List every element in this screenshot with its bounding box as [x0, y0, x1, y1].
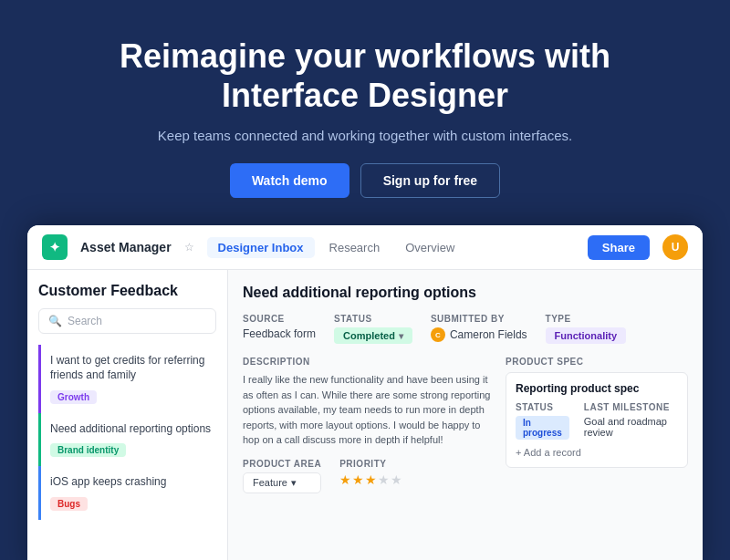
priority-stars[interactable]: ★★★★★	[339, 472, 403, 487]
spec-fields: STATUS In progress LAST MILESTONE Goal a…	[516, 402, 678, 440]
priority-field: Priority ★★★★★	[339, 459, 403, 487]
spec-milestone-field: LAST MILESTONE Goal and roadmap review	[584, 402, 678, 440]
priority-label: Priority	[339, 459, 403, 469]
product-area-label: Product area	[243, 459, 321, 469]
watch-demo-button[interactable]: Watch demo	[230, 163, 349, 198]
feedback-item-credits[interactable]: I want to get credits for referring frie…	[38, 345, 216, 412]
right-column: Product spec Reporting product spec STAT…	[506, 357, 688, 493]
bottom-fields: Product area Feature ▾ Priority ★★★★★	[243, 459, 491, 493]
feedback-item-crash[interactable]: iOS app keeps crashing Bugs	[38, 466, 216, 520]
feedback-item-title: Need additional reporting options	[50, 422, 216, 437]
app-logo: ✦	[42, 234, 68, 260]
product-spec-label: Product spec	[506, 357, 688, 367]
app-content: Customer Feedback 🔍 Search I want to get…	[27, 270, 703, 560]
favorite-star-icon[interactable]: ☆	[184, 241, 194, 254]
in-progress-badge: In progress	[516, 416, 569, 440]
hero-subtitle: Keep teams connected and working togethe…	[18, 128, 712, 143]
feedback-tag-growth: Growth	[50, 390, 97, 404]
status-badge[interactable]: Completed ▾	[334, 327, 412, 344]
spec-status-field: STATUS In progress	[516, 402, 569, 440]
app-header: ✦ Asset Manager ☆ Designer Inbox Researc…	[27, 225, 703, 270]
search-box[interactable]: 🔍 Search	[38, 308, 216, 334]
type-badge: Functionality	[546, 327, 626, 344]
app-window: ✦ Asset Manager ☆ Designer Inbox Researc…	[27, 225, 703, 560]
feedback-tag-brand: Brand identity	[50, 443, 126, 457]
status-label: Status	[334, 314, 412, 324]
signup-button[interactable]: Sign up for free	[360, 163, 500, 198]
type-field: Type Functionality	[546, 314, 626, 344]
feedback-tag-bugs: Bugs	[50, 497, 88, 511]
spec-status-label: STATUS	[516, 402, 569, 412]
app-tabs: Designer Inbox Research Overview	[207, 237, 575, 258]
feedback-item-title: iOS app keeps crashing	[50, 475, 216, 490]
spec-milestone-value: Goal and roadmap review	[584, 416, 678, 438]
user-avatar[interactable]: U	[662, 234, 688, 260]
hero-buttons: Watch demo Sign up for free	[18, 163, 712, 198]
add-record-button[interactable]: + Add a record	[516, 447, 678, 458]
status-dropdown-icon: ▾	[399, 331, 403, 341]
status-value: Completed	[343, 330, 395, 341]
feedback-list: I want to get credits for referring frie…	[38, 345, 216, 519]
type-label: Type	[546, 314, 626, 324]
main-two-col: Description I really like the new functi…	[243, 357, 688, 493]
field-row-top: Source Feedback form Status Completed ▾ …	[243, 314, 688, 344]
detail-title: Need additional reporting options	[243, 285, 688, 301]
source-value: Feedback form	[243, 327, 316, 340]
product-spec-title: Reporting product spec	[516, 382, 678, 395]
spec-milestone-label: LAST MILESTONE	[584, 402, 678, 412]
product-area-select[interactable]: Feature ▾	[243, 472, 321, 493]
search-placeholder: Search	[68, 315, 102, 327]
hero-title: Reimagine your workflows with Interface …	[18, 36, 712, 115]
product-area-field: Product area Feature ▾	[243, 459, 321, 493]
tab-research[interactable]: Research	[318, 237, 391, 258]
feedback-item-reporting[interactable]: Need additional reporting options Brand …	[38, 413, 216, 467]
product-spec-box: Reporting product spec STATUS In progres…	[506, 372, 688, 468]
description-label: Description	[243, 357, 491, 367]
empty-stars: ★★	[378, 472, 403, 487]
description-text: I really like the new functionality and …	[243, 372, 491, 448]
feedback-item-title: I want to get credits for referring frie…	[50, 354, 216, 382]
submitted-by-field: Submitted by C Cameron Fields	[431, 314, 527, 344]
feedback-sidebar: Customer Feedback 🔍 Search I want to get…	[27, 270, 228, 560]
source-label: Source	[243, 314, 316, 324]
source-field: Source Feedback form	[243, 314, 316, 344]
app-name: Asset Manager	[80, 240, 172, 254]
search-icon: 🔍	[48, 315, 62, 327]
submitter-avatar: C	[431, 327, 445, 342]
status-field: Status Completed ▾	[334, 314, 412, 344]
left-column: Description I really like the new functi…	[243, 357, 491, 493]
select-arrow-icon: ▾	[291, 477, 297, 489]
submitted-by-label: Submitted by	[431, 314, 527, 324]
tab-designer-inbox[interactable]: Designer Inbox	[207, 237, 315, 258]
share-button[interactable]: Share	[588, 235, 650, 260]
submitted-by-value: C Cameron Fields	[431, 327, 527, 342]
tab-overview[interactable]: Overview	[394, 237, 465, 258]
sidebar-title: Customer Feedback	[38, 283, 216, 299]
hero-section: Reimagine your workflows with Interface …	[0, 0, 730, 225]
detail-panel: Need additional reporting options Source…	[228, 270, 703, 560]
